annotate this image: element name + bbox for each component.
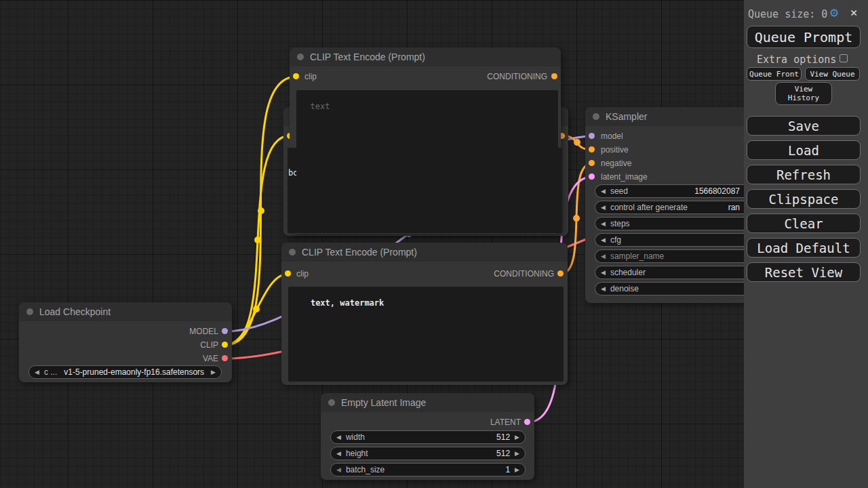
ckpt-name-widget[interactable]: ◀ c ... v1-5-pruned-emaonly-fp16.safeten… [28, 365, 222, 379]
widget-value: 512 [496, 432, 510, 442]
comfy-menu-panel: Queue size: 0 ⚙ ✕ Queue Prompt Extra opt… [744, 0, 868, 488]
negative-prompt-text: text, watermark [311, 298, 384, 308]
clip-output-label: CLIP [200, 341, 218, 349]
node-load-checkpoint[interactable]: Load Checkpoint MODEL CLIP VAE ◀ c ... v… [19, 302, 232, 382]
decrement-arrow-icon[interactable]: ◀ [601, 188, 606, 195]
collapse-dot-icon[interactable] [328, 399, 335, 406]
decrement-arrow-icon[interactable]: ◀ [601, 269, 606, 276]
seed-widget[interactable]: ◀ seed 1566802087 [595, 184, 745, 198]
negative-prompt-textarea[interactable]: text, watermark [288, 287, 564, 382]
decrement-arrow-icon[interactable]: ◀ [601, 220, 606, 227]
clip-input-slot[interactable] [293, 73, 299, 79]
negative-input-label: negative [601, 159, 631, 167]
node-title: CLIP Text Encode (Prompt) [302, 247, 417, 258]
scheduler-widget[interactable]: ◀ scheduler [595, 266, 745, 279]
queue-prompt-button[interactable]: Queue Prompt [747, 26, 861, 48]
model-output-slot[interactable] [222, 328, 228, 334]
prompt-textarea[interactable]: text [296, 90, 558, 232]
model-input-slot[interactable] [589, 133, 595, 139]
collapse-dot-icon[interactable] [297, 54, 304, 60]
width-widget[interactable]: ◀ width 512 ▶ [330, 430, 526, 444]
load-button[interactable]: Load [747, 140, 861, 160]
widget-label: width [346, 432, 365, 442]
height-widget[interactable]: ◀ height 512 ▶ [330, 447, 526, 460]
clipspace-button[interactable]: Clipspace [747, 189, 861, 209]
clip-input-slot[interactable] [285, 270, 291, 277]
conditioning-output-slot[interactable] [551, 73, 557, 79]
widget-value: ran [728, 203, 740, 212]
reset-view-button[interactable]: Reset View [747, 262, 861, 282]
load-default-button[interactable]: Load Default [747, 238, 861, 258]
refresh-button[interactable]: Refresh [747, 165, 861, 184]
sampler-name-widget[interactable]: ◀ sampler_name [595, 249, 745, 263]
node-title-bar[interactable]: KSampler [585, 107, 745, 126]
model-output-label: MODEL [189, 327, 218, 336]
widget-label: denoise [610, 284, 639, 293]
clear-button[interactable]: Clear [747, 214, 861, 233]
view-queue-button[interactable]: View Queue [805, 67, 860, 81]
batch-size-widget[interactable]: ◀ batch_size 1 ▶ [330, 463, 526, 476]
widget-label: seed [610, 186, 628, 196]
increment-arrow-icon[interactable]: ▶ [515, 466, 519, 473]
decrement-arrow-icon[interactable]: ◀ [336, 450, 341, 457]
widget-label: height [346, 449, 368, 458]
denoise-widget[interactable]: ◀ denoise [595, 282, 745, 296]
positive-input-label: positive [601, 146, 629, 154]
vae-output-label: VAE [203, 354, 218, 363]
conditioning-output-label: CONDITIONING [494, 270, 554, 278]
node-title-bar[interactable]: Empty Latent Image [321, 393, 534, 412]
node-title-bar[interactable]: CLIP Text Encode (Prompt) [290, 47, 561, 66]
queue-size-label: Queue size: 0 [748, 8, 827, 20]
widget-value: v1-5-pruned-emaonly-fp16.safetensors [64, 367, 204, 377]
settings-gear-icon[interactable]: ⚙ [830, 5, 838, 19]
collapse-dot-icon[interactable] [289, 249, 296, 256]
wire-midpoint-dot [574, 139, 580, 146]
collapse-dot-icon[interactable] [593, 113, 599, 120]
decrement-arrow-icon[interactable]: ◀ [601, 237, 606, 243]
node-ksampler[interactable]: KSampler model positive negative latent_… [585, 107, 745, 303]
save-button[interactable]: Save [747, 116, 861, 136]
node-title-bar[interactable]: Load Checkpoint [19, 302, 232, 321]
widget-label: c ... [44, 367, 57, 377]
view-history-button[interactable]: View History [775, 82, 832, 105]
decrement-arrow-icon[interactable]: ◀ [601, 285, 606, 292]
decrement-arrow-icon[interactable]: ◀ [601, 204, 606, 211]
wire-midpoint-dot [253, 306, 260, 312]
increment-arrow-icon[interactable]: ▶ [515, 450, 519, 457]
decrement-arrow-icon[interactable]: ◀ [601, 253, 606, 260]
conditioning-output-label: CONDITIONING [487, 73, 547, 81]
latent-output-label: LATENT [490, 418, 521, 426]
negative-input-slot[interactable] [589, 160, 595, 166]
node-title: Load Checkpoint [39, 306, 111, 317]
widget-label: control after generate [610, 203, 688, 212]
prev-arrow-icon[interactable]: ◀ [35, 369, 39, 375]
decrement-arrow-icon[interactable]: ◀ [336, 434, 341, 441]
close-icon[interactable]: ✕ [850, 7, 857, 18]
collapse-dot-icon[interactable] [26, 308, 33, 315]
latent-image-input-slot[interactable] [589, 174, 595, 180]
latent-output-slot[interactable] [524, 419, 530, 425]
node-title: KSampler [606, 111, 647, 122]
wire-midpoint-dot [258, 207, 264, 214]
node-title-bar[interactable]: CLIP Text Encode (Prompt) [281, 243, 568, 262]
increment-arrow-icon[interactable]: ▶ [515, 434, 519, 441]
steps-widget[interactable]: ◀ steps [595, 217, 745, 230]
widget-label: batch_size [346, 465, 384, 474]
extra-options-label: Extra options [757, 54, 836, 66]
positive-input-slot[interactable] [589, 146, 595, 152]
vae-output-slot[interactable] [222, 355, 228, 361]
cfg-widget[interactable]: ◀ cfg [595, 233, 745, 247]
widget-value: 1 [505, 465, 510, 474]
node-clip-text-encode-negative[interactable]: CLIP Text Encode (Prompt) clip CONDITION… [281, 243, 568, 385]
node-empty-latent-image[interactable]: Empty Latent Image LATENT ◀ width 512 ▶ … [321, 393, 534, 480]
extra-options-checkbox[interactable] [840, 54, 848, 62]
next-arrow-icon[interactable]: ▶ [211, 369, 216, 375]
wire-midpoint-dot [254, 237, 261, 243]
conditioning-output-slot[interactable] [557, 270, 564, 277]
decrement-arrow-icon[interactable]: ◀ [336, 466, 341, 473]
widget-label: steps [610, 219, 630, 228]
control-after-generate-widget[interactable]: ◀ control after generate ran [595, 201, 745, 214]
clip-input-label: clip [304, 73, 317, 81]
queue-front-button[interactable]: Queue Front [747, 67, 802, 81]
clip-output-slot[interactable] [222, 342, 228, 348]
